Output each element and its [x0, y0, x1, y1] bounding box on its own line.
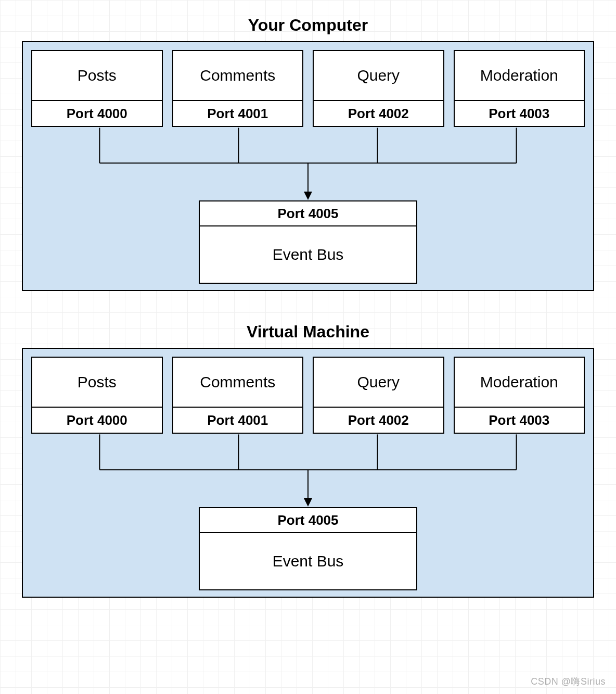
service-name: Posts: [32, 51, 162, 101]
service-port: Port 4003: [455, 408, 584, 433]
service-name: Query: [314, 51, 443, 101]
bus-name: Event Bus: [200, 533, 416, 589]
service-port: Port 4000: [32, 408, 162, 433]
service-port: Port 4001: [173, 101, 303, 126]
watermark-text: CSDN @嗨Sirius: [531, 675, 606, 688]
service-port: Port 4002: [314, 408, 443, 433]
service-comments: Comments Port 4001: [172, 50, 304, 127]
bus-port: Port 4005: [200, 201, 416, 226]
bus-port: Port 4005: [200, 508, 416, 533]
service-row: Posts Port 4000 Comments Port 4001 Query…: [31, 357, 585, 434]
service-moderation: Moderation Port 4003: [454, 50, 585, 127]
section-title-your-computer: Your Computer: [21, 16, 595, 35]
service-query: Query Port 4002: [313, 50, 444, 127]
service-posts: Posts Port 4000: [31, 357, 163, 434]
service-name: Moderation: [455, 51, 584, 101]
event-bus: Port 4005 Event Bus: [199, 200, 417, 284]
event-bus: Port 4005 Event Bus: [199, 507, 417, 590]
service-row: Posts Port 4000 Comments Port 4001 Query…: [31, 50, 585, 127]
service-port: Port 4001: [173, 408, 303, 433]
service-port: Port 4002: [314, 101, 443, 126]
svg-marker-13: [304, 498, 312, 507]
service-name: Posts: [32, 358, 162, 408]
service-name: Comments: [173, 358, 303, 408]
section-title-virtual-machine: Virtual Machine: [21, 322, 595, 342]
service-comments: Comments Port 4001: [172, 357, 304, 434]
svg-marker-6: [304, 192, 312, 200]
service-query: Query Port 4002: [313, 357, 444, 434]
service-port: Port 4000: [32, 101, 162, 126]
bus-name: Event Bus: [200, 226, 416, 283]
service-name: Moderation: [455, 358, 584, 408]
service-name: Comments: [173, 51, 303, 101]
service-posts: Posts Port 4000: [31, 50, 163, 127]
container-your-computer: Posts Port 4000 Comments Port 4001 Query…: [22, 41, 594, 291]
diagram-root: Your Computer Posts Port 4000 Comments P…: [0, 0, 616, 650]
service-name: Query: [314, 358, 443, 408]
service-moderation: Moderation Port 4003: [454, 357, 585, 434]
service-port: Port 4003: [455, 101, 584, 126]
container-virtual-machine: Posts Port 4000 Comments Port 4001 Query…: [22, 348, 594, 598]
